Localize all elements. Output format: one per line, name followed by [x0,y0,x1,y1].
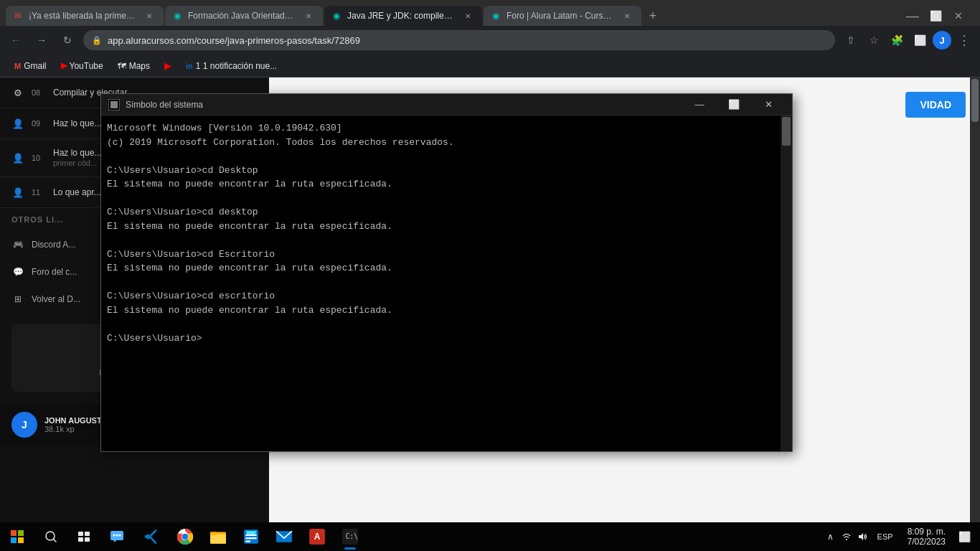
svg-rect-8 [78,537,83,542]
sidebar-09-text: Haz lo que... [53,118,101,128]
profile-sidebar-icon[interactable]: ⬜ [910,30,930,50]
cmd-restore-button[interactable]: ⬜ [717,94,750,116]
task-view-button[interactable] [67,522,100,551]
clock-date: 7/02/2023 [908,537,946,547]
bookmark-yt2[interactable]: ▶ [159,59,177,72]
volume-icon[interactable] [856,530,869,543]
cmd-scrollbar-thumb[interactable] [782,117,791,146]
scroll-thumb[interactable] [971,79,979,122]
share-icon[interactable]: ⇧ [841,30,861,50]
svg-rect-18 [210,534,226,544]
network-icon[interactable] [840,530,853,543]
svg-rect-19 [210,532,217,534]
svg-rect-6 [78,532,83,536]
tab-4-close[interactable]: ✕ [621,10,633,22]
sidebar-10-icon: 👤 [11,151,24,164]
search-button[interactable] [34,522,67,551]
terminal-icon: C:\_ [341,528,359,545]
reload-button[interactable]: ↻ [57,30,77,50]
svg-point-16 [182,534,189,540]
app-red[interactable]: A [301,522,333,551]
scroll-track[interactable] [970,77,980,522]
wifi-icon [842,532,852,542]
start-button[interactable] [0,522,34,551]
windows-icon [11,530,24,543]
notification-button[interactable]: ⬜ [954,522,974,551]
tab-1[interactable]: ✉ ¡Ya está liberada la primera form... ✕ [6,6,164,26]
svg-point-29 [846,539,847,540]
mail-app[interactable] [268,522,300,551]
language-indicator[interactable]: ESP [872,532,899,541]
discord-icon: 🎮 [11,238,24,251]
clock[interactable]: 8:09 p. m. 7/02/2023 [902,527,951,547]
svg-marker-30 [859,533,863,540]
tab-2[interactable]: ◉ Formación Java Orientado a Obje... ✕ [165,6,323,26]
bookmark-maps[interactable]: 🗺 Maps [112,60,156,72]
extensions-icon[interactable]: 🧩 [887,30,907,50]
mail-icon [275,528,293,545]
svg-marker-11 [113,540,116,542]
sidebar-11-text: Lo que apr... [53,187,101,197]
terminal-app[interactable]: C:\_ [334,522,366,551]
svg-text:C:\_: C:\_ [345,532,359,541]
nav-right: ⇧ ☆ 🧩 ⬜ J ⋮ [841,30,974,50]
svg-rect-3 [18,537,24,543]
minimize-browser[interactable]: — [903,6,923,26]
profile-button[interactable]: J [933,31,951,50]
tab-2-title: Formación Java Orientado a Obje... [188,11,296,21]
tab-3-close[interactable]: ✕ [462,10,473,22]
new-tab-button[interactable]: + [643,6,663,26]
cmd-titlebar: Símbolo del sistema — ⬜ ✕ [101,94,792,116]
cmd-close-button[interactable]: ✕ [752,94,785,116]
tray-expand-icon[interactable]: ∧ [824,530,837,543]
tab-1-close[interactable]: ✕ [143,10,155,22]
bookmark-linkedin-label: 1 1 notificación nue... [196,61,277,71]
activity-button[interactable]: VIDAD [905,92,966,118]
clock-time: 8:09 p. m. [908,527,946,537]
file-explorer-icon [209,528,227,545]
tab-2-close[interactable]: ✕ [303,10,314,22]
chat-button[interactable] [100,522,133,551]
sidebar-09-icon: 👤 [11,117,24,130]
cmd-body[interactable]: Microsoft Windows [Versión 10.0.19042.63… [101,116,792,451]
bookmark-gmail-label: Gmail [24,61,46,71]
chrome-icon [176,528,194,545]
tab-2-favicon: ◉ [174,11,184,21]
forward-button[interactable]: → [32,30,52,50]
svg-rect-22 [245,537,256,539]
user-avatar: J [11,412,37,438]
address-bar[interactable]: 🔒 app.aluracursos.com/course/java-primer… [83,30,835,50]
cmd-minimize-button[interactable]: — [683,94,716,116]
sidebar-09-num: 09 [32,119,46,128]
back-button[interactable]: ← [6,30,26,50]
chat-icon [110,530,124,543]
linkedin-icon: in [186,62,193,70]
red-app-icon: A [308,528,326,545]
tab-3[interactable]: ◉ Java JRE y JDK: compile y ejecute... ✕ [324,6,482,26]
restore-browser[interactable]: ⬜ [925,6,946,26]
secure-icon: 🔒 [92,36,102,45]
tab-4-favicon: ◉ [492,11,502,21]
file-explorer-app[interactable] [202,522,234,551]
cmd-title: Símbolo del sistema [126,100,677,110]
sidebar-10-text: Haz lo que...primer cód... [53,148,101,168]
bookmark-youtube-label: YouTube [70,61,103,71]
bookmark-star-icon[interactable]: ☆ [864,30,884,50]
svg-rect-21 [245,534,256,536]
chrome-app[interactable] [169,522,201,551]
close-browser[interactable]: ✕ [948,6,969,26]
tab-1-title: ¡Ya está liberada la primera form... [29,11,136,21]
url-text: app.aluracursos.com/course/java-primeros… [108,35,826,46]
youtube2-icon: ▶ [164,60,171,71]
vscode-app[interactable] [136,522,168,551]
tab-4-title: Foro | Alura Latam - Cursos onlin... [507,11,614,21]
cmd-icon-inner [110,101,118,108]
bookmark-gmail[interactable]: M Gmail [9,60,52,72]
cmd-scrollbar[interactable] [781,116,792,451]
browser-menu-button[interactable]: ⋮ [954,30,974,50]
bookmark-youtube[interactable]: ▶ YouTube [55,60,109,72]
bookmark-linkedin[interactable]: in 1 1 notificación nue... [180,60,283,72]
svg-line-5 [54,540,57,542]
store-app[interactable] [235,522,267,551]
tab-4[interactable]: ◉ Foro | Alura Latam - Cursos onlin... ✕ [484,6,641,26]
